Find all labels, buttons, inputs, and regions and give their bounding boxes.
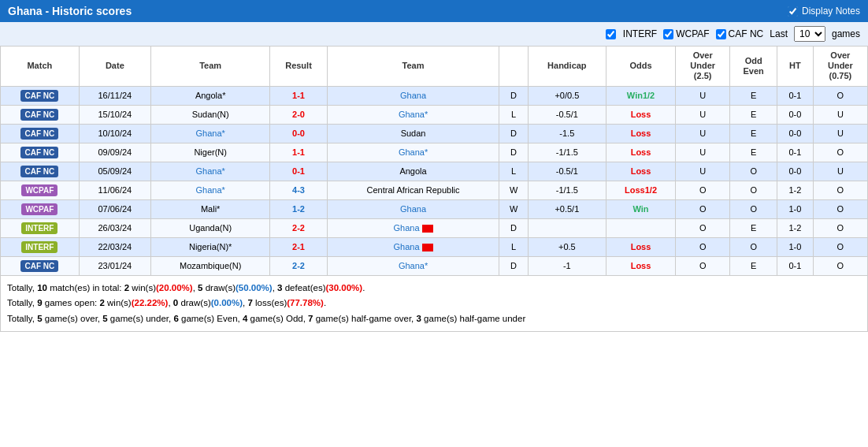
outcome-cell: W	[499, 199, 528, 218]
ht-cell: 0-1	[777, 86, 814, 105]
outcome-cell: L	[499, 162, 528, 181]
games-even: 6	[173, 314, 178, 323]
open-wins-pct: (22.22%)	[132, 298, 169, 307]
handicap-cell: +0.5/1	[528, 199, 606, 218]
result-score: 1-1	[292, 147, 305, 157]
table-row: CAF NC 05/09/24 Ghana* 0-1 Angola L -0.5…	[1, 162, 868, 181]
team2-name[interactable]: Ghana	[400, 91, 426, 100]
team1-cell: Uganda(N)	[150, 218, 269, 237]
interf-checkbox[interactable]	[606, 29, 616, 39]
handicap-cell: -1.5	[528, 124, 606, 143]
odds-value: Loss1/2	[625, 185, 657, 195]
team2-name: Sudan	[401, 129, 426, 138]
open-losses: 7	[247, 298, 252, 307]
team1-name[interactable]: Ghana*	[196, 185, 225, 195]
ou25-cell: U	[676, 105, 730, 124]
team2-name[interactable]: Ghana	[400, 204, 426, 214]
match-date: 09/09/24	[79, 143, 150, 162]
odds-value: Win1/2	[627, 91, 655, 100]
match-date: 07/06/24	[79, 199, 150, 218]
display-notes-section: Display Notes	[788, 6, 860, 17]
ht-cell: 1-2	[777, 181, 814, 199]
odds-cell: Loss1/2	[606, 181, 675, 199]
cafnc-checkbox[interactable]	[716, 29, 726, 39]
ht-cell: 0-1	[777, 143, 814, 162]
total-wins: 2	[124, 283, 129, 292]
open-games: 9	[37, 298, 42, 307]
cafnc-filter[interactable]: CAF NC	[716, 28, 764, 39]
result-cell[interactable]: 2-2	[270, 256, 327, 275]
outcome-cell: D	[499, 256, 528, 275]
team2-cell: Ghana	[327, 218, 499, 237]
table-row: CAF NC 23/01/24 Mozambique(N) 2-2 Ghana*…	[1, 256, 868, 275]
col-ou075: OverUnder(0.75)	[813, 47, 867, 87]
result-cell[interactable]: 4-3	[270, 181, 327, 199]
main-container: Ghana - Historic scores Display Notes IN…	[0, 0, 868, 332]
team2-name[interactable]: Ghana	[394, 242, 420, 251]
ht-cell: 1-0	[777, 237, 814, 256]
team1-name: Angola*	[195, 91, 226, 100]
team2-name[interactable]: Ghana*	[399, 110, 428, 119]
total-draws: 5	[198, 283, 202, 292]
handicap-cell: -1/1.5	[528, 143, 606, 162]
team2-name[interactable]: Ghana*	[399, 147, 428, 157]
team2-cell: Sudan	[327, 124, 499, 143]
display-notes-checkbox[interactable]	[788, 6, 798, 17]
match-badge: INTERF	[1, 237, 80, 256]
table-row: CAF NC 15/10/24 Sudan(N) 2-0 Ghana* L -0…	[1, 105, 868, 124]
col-result: Result	[270, 47, 327, 87]
ou075-cell: U	[813, 162, 867, 181]
open-losses-pct: (77.78%)	[287, 298, 324, 307]
wcpaf-checkbox[interactable]	[663, 29, 673, 39]
team1-cell: Angola*	[150, 86, 269, 105]
draws-pct: (50.00%)	[236, 283, 273, 292]
display-notes-label: Display Notes	[802, 6, 860, 17]
result-cell[interactable]: 1-1	[270, 143, 327, 162]
games-under: 5	[102, 314, 107, 323]
ou075-cell: O	[813, 143, 867, 162]
match-badge: CAF NC	[1, 86, 80, 105]
outcome-cell: D	[499, 143, 528, 162]
handicap-cell: -0.5/1	[528, 105, 606, 124]
handicap-cell: +0.5	[528, 237, 606, 256]
ou075-cell: O	[813, 86, 867, 105]
result-cell[interactable]: 0-0	[270, 124, 327, 143]
ou075-cell: O	[813, 199, 867, 218]
wcpaf-filter[interactable]: WCPAF	[663, 28, 709, 39]
result-cell[interactable]: 1-1	[270, 86, 327, 105]
odds-value: Win	[632, 204, 648, 214]
match-date: 15/10/24	[79, 105, 150, 124]
games-label: games	[832, 28, 860, 39]
odds-value: Loss	[631, 110, 651, 119]
team2-name: Angola	[399, 166, 426, 176]
match-badge: CAF NC	[1, 162, 80, 181]
ht-cell: 1-2	[777, 218, 814, 237]
summary-line3: Totally, 5 game(s) over, 5 game(s) under…	[7, 311, 861, 327]
match-badge: WCPAF	[1, 199, 80, 218]
result-cell[interactable]: 1-2	[270, 199, 327, 218]
table-row: WCPAF 11/06/24 Ghana* 4-3 Central Africa…	[1, 181, 868, 199]
team2-name[interactable]: Ghana	[394, 223, 420, 233]
odds-cell: Loss	[606, 105, 675, 124]
team2-name[interactable]: Ghana*	[399, 261, 428, 270]
match-date: 10/10/24	[79, 124, 150, 143]
team1-name[interactable]: Ghana*	[196, 166, 225, 176]
result-cell[interactable]: 2-2	[270, 218, 327, 237]
ou075-cell: O	[813, 218, 867, 237]
ht-cell: 1-0	[777, 199, 814, 218]
result-cell[interactable]: 2-0	[270, 105, 327, 124]
ht-cell: 0-0	[777, 162, 814, 181]
result-cell[interactable]: 0-1	[270, 162, 327, 181]
team1-cell: Mozambique(N)	[150, 256, 269, 275]
odds-value: Loss	[631, 129, 651, 138]
odds-cell: Loss	[606, 143, 675, 162]
hg-over: 7	[308, 314, 313, 323]
last-games-select[interactable]: 10 20 5	[794, 26, 825, 42]
col-ou25: OverUnder(2.5)	[676, 47, 730, 87]
interf-filter[interactable]: INTERF	[606, 28, 657, 39]
team1-name[interactable]: Ghana*	[196, 129, 225, 138]
result-score: 2-0	[292, 110, 305, 119]
result-cell[interactable]: 2-1	[270, 237, 327, 256]
result-score: 0-0	[292, 129, 305, 138]
team1-cell: Sudan(N)	[150, 105, 269, 124]
